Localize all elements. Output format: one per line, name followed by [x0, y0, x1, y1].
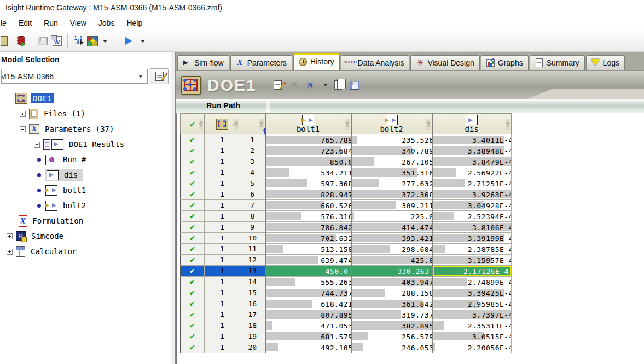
menu-file[interactable]: le [0, 16, 13, 30]
bolt1-cell[interactable]: 681.579 [265, 331, 351, 342]
export-word-icon[interactable]: W [50, 34, 64, 48]
edit-icon[interactable] [271, 78, 285, 92]
run-cell[interactable]: 1 [205, 200, 240, 211]
panel-splitter[interactable] [171, 52, 176, 364]
bolt1-cell[interactable]: 513.158 [265, 244, 351, 255]
bolt1-cell[interactable]: 807.895 [265, 309, 351, 320]
dis-cell[interactable]: 2.52394E-4 [432, 211, 512, 222]
bolt1-cell[interactable]: 471.053 [265, 320, 351, 331]
history-row[interactable]: ✔114555.263403.9472.74899E-4 [181, 277, 512, 287]
history-row[interactable]: ✔112639.474425.03.15957E-4 [181, 255, 512, 266]
bolt2-cell[interactable]: 414.474 [351, 222, 432, 233]
dis-cell[interactable]: 3.8479E-4 [432, 156, 512, 167]
bolt1-cell[interactable]: 492.105 [265, 342, 351, 353]
sort-spinner[interactable] [426, 119, 431, 130]
run-cell[interactable]: 1 [205, 178, 240, 189]
run-cell[interactable]: 1 [205, 233, 240, 244]
iteration-cell[interactable]: 2 [240, 145, 265, 156]
col-header-loop[interactable] [240, 114, 265, 134]
iteration-cell[interactable]: 16 [240, 298, 265, 309]
approved-cell[interactable]: ✔ [181, 156, 205, 167]
dis-cell[interactable]: 3.15957E-4 [432, 255, 512, 266]
dis-cell[interactable]: 2.17126E-4 [432, 266, 512, 277]
bolt2-cell[interactable]: 351.316 [351, 167, 432, 178]
bolt1-cell[interactable]: 534.211 [265, 167, 351, 178]
dis-cell[interactable]: 3.7397E-4 [432, 309, 512, 320]
history-row[interactable]: ✔115744.737288.1583.39425E-4 [181, 287, 512, 298]
bolt1-cell[interactable]: 450.0 [265, 266, 351, 277]
expand-icon[interactable] [34, 142, 40, 148]
chevron-down-icon[interactable] [323, 84, 328, 89]
sort-spinner[interactable] [259, 119, 264, 130]
history-row[interactable]: ✔18576.316225.02.52394E-4 [181, 211, 512, 222]
approved-cell[interactable]: ✔ [181, 134, 205, 145]
iteration-cell[interactable]: 11 [240, 244, 265, 255]
iteration-cell[interactable]: 12 [240, 255, 265, 266]
dis-cell[interactable]: 2.35311E-4 [432, 320, 512, 331]
approved-cell[interactable]: ✔ [181, 342, 205, 353]
bolt1-cell[interactable]: 786.842 [265, 222, 351, 233]
model-select-combo[interactable]: M15-ASM-0366 [1, 69, 148, 84]
dis-cell[interactable]: 3.39425E-4 [432, 287, 512, 298]
iteration-cell[interactable]: 4 [240, 167, 265, 178]
app-icon-clipped[interactable] [0, 34, 14, 48]
bolt1-cell[interactable]: 597.368 [265, 178, 351, 189]
dis-cell[interactable]: 3.8106E-4 [432, 222, 512, 233]
run-cell[interactable]: 1 [205, 134, 240, 145]
menu-edit[interactable]: Edit [13, 16, 38, 30]
history-row[interactable]: ✔15597.368277.6322.71251E-4 [181, 178, 512, 189]
history-row[interactable]: ✔13850.0267.1053.8479E-4 [181, 156, 512, 167]
iteration-cell[interactable]: 7 [240, 200, 265, 211]
menu-help[interactable]: Help [120, 16, 148, 30]
approved-cell[interactable]: ✔ [181, 200, 205, 211]
bolt2-cell[interactable]: 330.263 [351, 266, 432, 277]
history-row[interactable]: ✔119681.579256.5793.0515E-4 [181, 331, 512, 342]
iteration-cell[interactable]: 18 [240, 320, 265, 331]
bolt2-cell[interactable]: 403.947 [351, 277, 432, 287]
history-row[interactable]: ✔12723.684340.7893.38948E-4 [181, 145, 512, 156]
dis-cell[interactable]: 2.20056E-4 [432, 342, 512, 353]
play-icon[interactable] [123, 34, 137, 48]
bolt2-cell[interactable]: 288.158 [351, 287, 432, 298]
bolt1-cell[interactable]: 576.316 [265, 211, 351, 222]
approved-cell[interactable]: ✔ [181, 167, 205, 178]
approved-cell[interactable]: ✔ [181, 287, 205, 298]
run-cell[interactable]: 1 [205, 222, 240, 233]
run-cell[interactable]: 1 [205, 320, 240, 331]
run-cell[interactable]: 1 [205, 331, 240, 342]
run-cell[interactable]: 1 [205, 287, 240, 298]
tree-item-files[interactable]: Files (1) [1, 106, 169, 121]
iteration-cell[interactable]: 13 [240, 266, 265, 277]
tree-item-doe1[interactable]: DOE1 [1, 91, 169, 106]
sort-spinner[interactable] [345, 119, 350, 130]
bolt1-cell[interactable]: 639.474 [265, 255, 351, 266]
run-database-icon[interactable] [14, 34, 28, 48]
expand-icon[interactable] [20, 111, 26, 117]
tree-item-run-number[interactable]: Run # [1, 152, 169, 167]
sort-spinner[interactable] [234, 119, 239, 130]
tree-item-doe1-results[interactable]: DOE1 Results [1, 137, 169, 152]
bolt1-cell[interactable]: 618.421 [265, 298, 351, 309]
bolt1-cell[interactable]: 744.737 [265, 287, 351, 298]
menu-run[interactable]: Run [38, 16, 64, 30]
approved-cell[interactable]: ✔ [181, 298, 205, 309]
iteration-cell[interactable]: 14 [240, 277, 265, 287]
tab-visual-design[interactable]: ✳Visual Design [410, 55, 479, 70]
bolt1-cell[interactable]: 765.789 [265, 134, 351, 145]
history-row[interactable]: ✔17660.526309.2113.04928E-4 [181, 200, 512, 211]
save-icon[interactable] [36, 34, 50, 48]
number-format-icon[interactable]: 1.0.00 [71, 34, 85, 48]
tree-item-simcode[interactable]: P Simcode [1, 228, 169, 244]
history-row[interactable]: ✔116618.421361.8422.95985E-4 [181, 298, 512, 309]
approved-cell[interactable]: ✔ [181, 331, 205, 342]
tree-item-calculator[interactable]: Calculator [1, 244, 169, 259]
col-header-bolt1[interactable]: bolt1 [265, 114, 351, 134]
run-cell[interactable]: 1 [205, 266, 240, 277]
tree-item-bolt2[interactable]: bolt2 [1, 198, 169, 213]
history-row[interactable]: ✔110702.632393.4213.39199E-4 [181, 233, 512, 244]
approved-cell[interactable]: ✔ [181, 277, 205, 287]
run-cell[interactable]: 1 [205, 255, 240, 266]
sort-spinner[interactable] [199, 119, 203, 130]
dis-cell[interactable]: 2.71251E-4 [432, 178, 512, 189]
bolt2-cell[interactable]: 277.632 [351, 178, 432, 189]
